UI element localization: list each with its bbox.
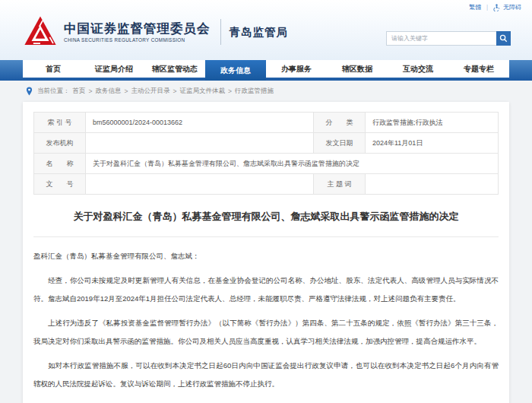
breadcrumb-separator: >: [89, 87, 93, 95]
breadcrumb-item-home[interactable]: 首页: [73, 87, 86, 96]
breadcrumb-item-document-genre[interactable]: 证监局文件体裁: [179, 87, 225, 96]
breadcrumb-item-open-directory[interactable]: 主动公开目录: [131, 87, 169, 96]
breadcrumb-prefix: 当前位置：: [37, 87, 70, 96]
search-box: [386, 31, 511, 46]
brand: 中国证券监督管理委员会 CHINA SECURITIES REGULATORY …: [23, 15, 288, 49]
nav-item-government-info[interactable]: 政务信息: [205, 60, 266, 81]
org-name-cn: 中国证券监督管理委员会: [64, 21, 211, 35]
meta-name-label: 名 称: [34, 154, 86, 174]
breadcrumb-item-government-info[interactable]: 政务信息: [95, 87, 121, 96]
document-paragraph-2: 上述行为违反了《私募投资基金监督管理暂行办法》（以下简称《暂行办法》）第四条、第…: [33, 314, 499, 351]
brand-text: 中国证券监督管理委员会 CHINA SECURITIES REGULATORY …: [64, 21, 211, 43]
document-paragraph-1: 经查，你公司未按规定及时更新管理人有关信息，在基金业协会登记的公司名称、办公地址…: [33, 271, 499, 308]
magnifier-icon: [499, 34, 508, 43]
breadcrumb-separator: >: [124, 87, 128, 95]
accessibility-link[interactable]: 无障碍: [503, 3, 521, 11]
bureau-name: 青岛监管局: [230, 25, 289, 40]
meta-keywords-value: [366, 174, 499, 195]
nav-item-regulatory-updates[interactable]: 辖区监管动态: [144, 60, 205, 78]
search-input[interactable]: [386, 31, 496, 46]
document-title: 关于对盈科汇金（青岛）私募基金管理有限公司、詹志斌采取出具警示函监管措施的决定: [56, 209, 476, 224]
traditional-chinese-link[interactable]: 繁體: [469, 3, 481, 11]
table-row: 索 引 号 bm56000001/2024-00013662 分 类 行政监管措…: [34, 113, 499, 133]
nav-item-district-data[interactable]: 辖区数据: [327, 60, 388, 78]
table-row: 名 称 关于对盈科汇金（青岛）私募基金管理有限公司、詹志斌采取出具警示函监管措施…: [34, 154, 499, 174]
nav-item-services[interactable]: 办事服务: [266, 60, 327, 78]
main-nav: 首页 证监局介绍 辖区监管动态 政务信息 办事服务 辖区数据 互动交流 专题专栏: [0, 60, 532, 81]
nav-item-interaction[interactable]: 互动交流: [388, 60, 448, 78]
brand-divider: [220, 19, 221, 45]
meta-date-label: 发文日期: [314, 133, 366, 154]
table-row: 文 号 主 题 词: [34, 174, 499, 195]
content-card: 索 引 号 bm56000001/2024-00013662 分 类 行政监管措…: [23, 102, 509, 403]
topbar: 繁體 ｜ 无障碍: [469, 3, 521, 11]
document-meta-table: 索 引 号 bm56000001/2024-00013662 分 类 行政监管措…: [33, 112, 499, 195]
meta-date-value: 2024年11月01日: [366, 133, 499, 154]
meta-docno-label: 文 号: [34, 174, 86, 195]
meta-publisher-value: [86, 133, 314, 154]
meta-name-value: 关于对盈科汇金（青岛）私募基金管理有限公司、詹志斌采取出具警示函监管措施的决定: [86, 154, 499, 174]
meta-index-label: 索 引 号: [34, 113, 86, 133]
meta-index-value: bm56000001/2024-00013662: [86, 113, 314, 133]
nav-inner: 首页 证监局介绍 辖区监管动态 政务信息 办事服务 辖区数据 互动交流 专题专栏: [23, 60, 509, 78]
meta-keywords-label: 主 题 词: [314, 174, 366, 195]
document-salutation: 盈科汇金（青岛）私募基金管理有限公司、詹志斌：: [33, 247, 499, 265]
title-divider: [33, 236, 499, 237]
meta-category-value: 行政监管措施;行政执法: [366, 113, 499, 133]
table-row: 发布机构 发文日期 2024年11月01日: [34, 133, 499, 154]
meta-publisher-label: 发布机构: [34, 133, 86, 154]
location-pin-icon: [26, 87, 33, 96]
wheelchair-icon: [493, 4, 500, 11]
meta-docno-value: [86, 174, 314, 195]
breadcrumb: 当前位置： 首页 > 政务信息 > 主动公开目录 > 证监局文件体裁 > 行政监…: [0, 81, 532, 102]
topbar-separator: ｜: [484, 3, 490, 11]
document-paragraph-3: 如对本行政监管措施不服，可以在收到本决定书之日起60日内向中国证监会提出行政复议…: [33, 357, 499, 393]
nav-item-special-topics[interactable]: 专题专栏: [448, 60, 509, 78]
nav-item-bureau-intro[interactable]: 证监局介绍: [84, 60, 144, 78]
breadcrumb-separator: >: [228, 87, 232, 95]
org-name-en: CHINA SECURITIES REGULATORY COMMISSION: [64, 37, 211, 43]
search-button[interactable]: [496, 31, 511, 46]
site-header: 繁體 ｜ 无障碍 中国证券监督管理委员会 CHINA SECURITIES RE…: [0, 0, 532, 60]
nav-item-home[interactable]: 首页: [23, 60, 84, 78]
csrc-logo-icon: [23, 15, 58, 49]
breadcrumb-separator: >: [173, 87, 176, 95]
meta-category-label: 分 类: [314, 113, 366, 133]
breadcrumb-item-regulatory-measures[interactable]: 行政监管措施: [235, 87, 274, 96]
